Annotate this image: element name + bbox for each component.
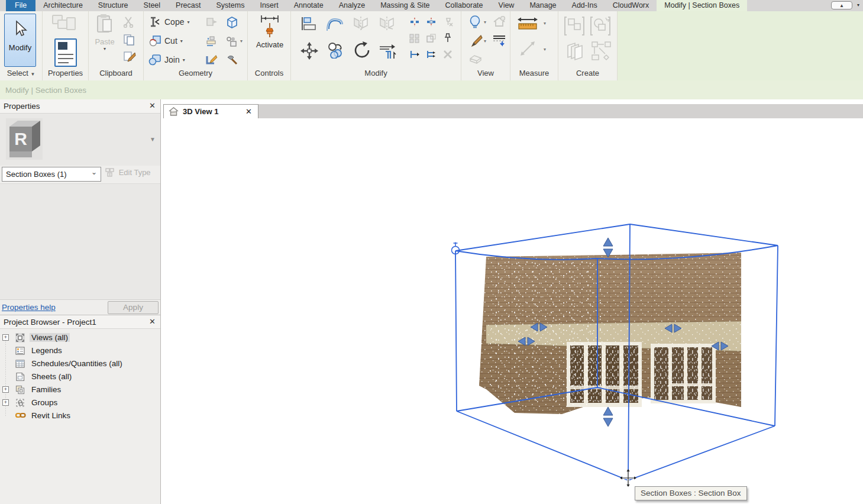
- panel-label-create[interactable]: Create: [558, 67, 617, 80]
- split-element-icon[interactable]: [409, 17, 420, 29]
- delete-icon[interactable]: [442, 49, 453, 62]
- trim-extend-single-icon[interactable]: [409, 49, 420, 62]
- bulb-caret-icon[interactable]: ▾: [484, 20, 486, 25]
- element-states-icon[interactable]: [225, 36, 238, 50]
- tree-item-revit-links[interactable]: Revit Links: [0, 409, 160, 422]
- cope-button[interactable]: Cope ▾: [148, 16, 189, 28]
- panel-label-view[interactable]: View: [461, 67, 510, 80]
- tab-massing-site[interactable]: Massing & Site: [373, 0, 437, 11]
- split-with-gap-icon[interactable]: [426, 17, 437, 29]
- tab-modify-section-boxes[interactable]: Modify | Section Boxes: [657, 0, 747, 11]
- tree-item-sheets[interactable]: Sheets (all): [0, 370, 160, 383]
- trim-extend-multiple-icon[interactable]: [426, 49, 437, 62]
- expand-icon[interactable]: +: [2, 386, 9, 393]
- mirror-project-icon[interactable]: [353, 16, 369, 34]
- move-icon[interactable]: [300, 42, 318, 62]
- tree-item-groups[interactable]: + Groups: [0, 396, 160, 409]
- pin-icon[interactable]: [442, 33, 453, 46]
- point-cloud-wall[interactable]: [479, 118, 814, 414]
- tab-collaborate[interactable]: Collaborate: [438, 0, 491, 11]
- create-schedule-flow-icon[interactable]: [590, 41, 613, 64]
- tree-item-families[interactable]: + Families: [0, 383, 160, 396]
- align-icon[interactable]: [300, 16, 317, 34]
- copy-clipboard-icon[interactable]: [123, 34, 135, 48]
- panel-label-properties[interactable]: Properties: [43, 67, 88, 80]
- measure-between-refs-icon[interactable]: [519, 40, 536, 60]
- create-parts-icon[interactable]: [563, 41, 587, 64]
- type-preview-area[interactable]: R ▼: [0, 114, 160, 166]
- tab-architecture[interactable]: Architecture: [35, 0, 90, 11]
- scale-icon[interactable]: [426, 34, 437, 46]
- activate-controls-button[interactable]: Activate: [254, 14, 286, 67]
- project-browser-close-icon[interactable]: ✕: [149, 317, 156, 326]
- view-visibility-bulb-icon[interactable]: [468, 15, 481, 33]
- beam-cutback-icon[interactable]: [205, 36, 218, 50]
- match-type-brush-icon[interactable]: [123, 50, 136, 66]
- rotate-icon[interactable]: [353, 41, 371, 62]
- join-geometry-button[interactable]: Join ▾: [148, 54, 185, 66]
- panel-label-modify[interactable]: Modify: [291, 67, 461, 80]
- properties-close-icon[interactable]: ✕: [149, 101, 156, 110]
- linework-icon[interactable]: [492, 34, 506, 50]
- paste-caret-icon: ▾: [92, 46, 117, 51]
- panel-label-measure[interactable]: Measure: [510, 67, 558, 80]
- cut-profile-cube-icon[interactable]: [225, 16, 238, 31]
- apply-coping-icon[interactable]: [205, 16, 217, 30]
- tab-steel[interactable]: Steel: [136, 0, 169, 11]
- tab-insert[interactable]: Insert: [252, 0, 286, 11]
- create-assembly-icon[interactable]: [589, 15, 612, 40]
- panel-label-clipboard[interactable]: Clipboard: [89, 67, 143, 80]
- type-selector-dropdown-icon[interactable]: ▼: [150, 136, 156, 143]
- override-graphics-brush-icon[interactable]: [468, 34, 483, 50]
- type-properties-icon[interactable]: [52, 15, 78, 36]
- 3d-viewport[interactable]: [163, 118, 863, 504]
- ribbon-minimize-button[interactable]: ▲: [831, 1, 852, 9]
- measure-caret-icon[interactable]: ▾: [544, 21, 546, 26]
- paste-button[interactable]: Paste ▾: [92, 14, 117, 51]
- show-hidden-elements-icon[interactable]: [492, 15, 506, 31]
- tab-precast[interactable]: Precast: [168, 0, 208, 11]
- create-group-icon[interactable]: [563, 15, 586, 40]
- tab-structure[interactable]: Structure: [90, 0, 136, 11]
- tab-analyze[interactable]: Analyze: [331, 0, 373, 11]
- view-tab-close-icon[interactable]: ✕: [245, 107, 252, 116]
- tab-file[interactable]: File: [6, 0, 35, 11]
- displace-elements-icon[interactable]: [468, 54, 483, 68]
- array-icon[interactable]: [409, 34, 420, 46]
- mirror-axis-icon[interactable]: [379, 16, 395, 34]
- states-caret-icon[interactable]: ▾: [240, 38, 243, 44]
- tab-add-ins[interactable]: Add-Ins: [564, 0, 605, 11]
- copy-icon[interactable]: [327, 42, 344, 61]
- measure-ruler-icon[interactable]: [516, 16, 539, 35]
- offset-icon[interactable]: [327, 16, 344, 34]
- cut-geometry-button[interactable]: Cut ▾: [148, 35, 183, 47]
- ribbon-minimize-caret-icon[interactable]: ▾: [857, 2, 859, 8]
- tab-cloudworx[interactable]: CloudWorx: [605, 0, 657, 11]
- tab-manage[interactable]: Manage: [522, 0, 564, 11]
- measure2-caret-icon[interactable]: ▾: [544, 47, 546, 52]
- properties-palette-button[interactable]: [54, 38, 77, 67]
- tree-item-views[interactable]: + Views (all): [0, 331, 160, 344]
- type-selector-combobox[interactable]: Section Boxes (1) ⌄: [2, 167, 101, 182]
- expand-icon[interactable]: +: [2, 399, 9, 406]
- tree-item-schedules[interactable]: Schedules/Quantities (all): [0, 357, 160, 370]
- view-tab-3d-view-1[interactable]: 3D View 1 ✕: [163, 104, 258, 118]
- unpin-icon[interactable]: [442, 17, 453, 29]
- apply-button[interactable]: Apply: [108, 301, 159, 314]
- expand-icon[interactable]: +: [2, 334, 9, 341]
- tab-view[interactable]: View: [491, 0, 522, 11]
- properties-help-link[interactable]: Properties help: [2, 303, 56, 312]
- brush-caret-icon[interactable]: ▾: [484, 38, 486, 44]
- tab-annotate[interactable]: Annotate: [286, 0, 331, 11]
- panel-label-controls[interactable]: Controls: [248, 67, 290, 80]
- modify-tool-button[interactable]: Modify: [4, 14, 36, 67]
- cut-clipboard-icon[interactable]: [123, 16, 135, 30]
- properties-parameter-area[interactable]: [0, 183, 160, 299]
- trim-extend-corner-icon[interactable]: [379, 42, 397, 62]
- tab-systems[interactable]: Systems: [208, 0, 252, 11]
- panel-label-select[interactable]: Select ▼: [0, 67, 42, 80]
- 3d-view-icon: [169, 107, 179, 118]
- edit-type-button[interactable]: Edit Type: [105, 168, 151, 179]
- panel-label-geometry[interactable]: Geometry: [144, 67, 247, 80]
- tree-item-legends[interactable]: Legends: [0, 344, 160, 357]
